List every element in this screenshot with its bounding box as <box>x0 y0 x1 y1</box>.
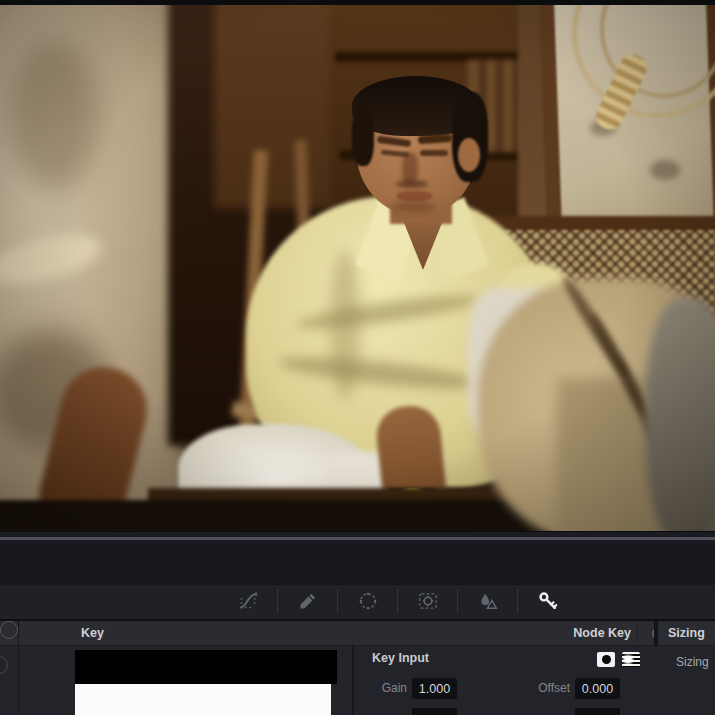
key-input-title: Key Input <box>372 651 429 665</box>
matte-stripes-icon[interactable] <box>622 652 640 667</box>
gain-label: Gain <box>352 681 407 695</box>
blur-icon[interactable] <box>458 585 517 617</box>
viewer-top-bar <box>0 0 715 5</box>
palette-strip-header <box>0 621 19 645</box>
sizing-panel-header: Sizing <box>658 621 715 645</box>
palette-strip-body <box>0 646 19 715</box>
clipped-palette-icon[interactable] <box>0 621 18 639</box>
vignette-overlay <box>0 0 715 531</box>
power-window-icon[interactable] <box>338 585 397 617</box>
qualifier-icon[interactable] <box>278 585 337 617</box>
palette-tools <box>218 585 577 617</box>
matte-solid-dot <box>602 655 611 664</box>
matte-stripes-highlight <box>623 655 633 664</box>
viewer-frame[interactable] <box>0 0 715 531</box>
clipped-palette-icon[interactable] <box>0 656 8 674</box>
offset-label: Offset <box>508 681 570 695</box>
header-separator <box>637 624 638 642</box>
sizing-panel-title: Sizing <box>668 621 705 645</box>
key-matte-preview-dark[interactable] <box>75 650 337 684</box>
sizing-panel-body: Sizing <box>658 646 715 715</box>
curves-icon[interactable] <box>218 585 277 617</box>
transport-bar <box>0 545 715 586</box>
offset-input[interactable]: 0.000 <box>575 678 620 699</box>
clipped-value-box[interactable] <box>412 708 457 715</box>
node-key-label: Node Key <box>19 621 631 645</box>
gain-input[interactable]: 1.000 <box>412 678 457 699</box>
tracker-icon[interactable] <box>398 585 457 617</box>
clipped-value-box[interactable] <box>575 708 620 715</box>
key-icon[interactable] <box>518 585 577 617</box>
key-matte-preview-light[interactable] <box>75 684 331 715</box>
palette-toolbar <box>0 585 715 621</box>
scrub-bar-track[interactable] <box>0 537 715 540</box>
key-panel-header: Key Node Key <box>19 621 654 645</box>
matte-solid-icon[interactable] <box>597 652 615 667</box>
sizing-row-label: Sizing <box>676 655 709 669</box>
